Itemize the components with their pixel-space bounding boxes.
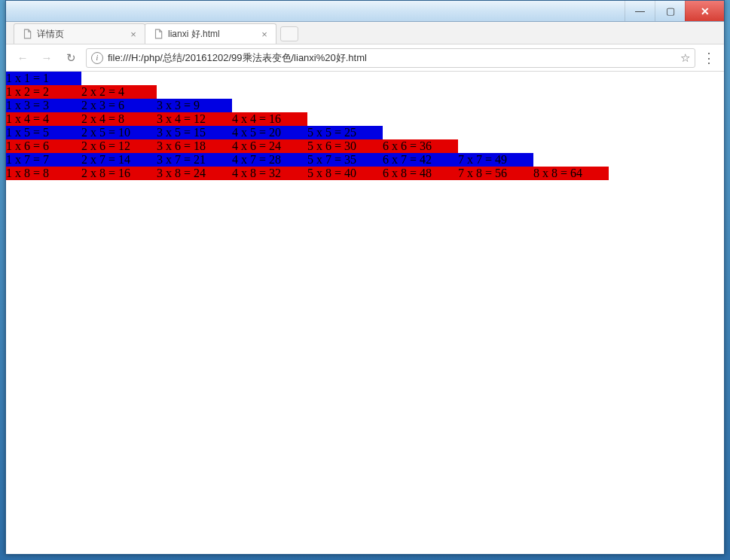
- table-cell: 2 x 5 = 10: [81, 126, 157, 139]
- table-cell: 1 x 3 = 3: [6, 99, 81, 112]
- table-cell: 2 x 6 = 12: [81, 139, 157, 153]
- table-cell: 7 x 7 = 49: [458, 153, 533, 167]
- tab-strip: 详情页 × lianxi 好.html ×: [6, 22, 724, 44]
- table-cell: 3 x 4 = 12: [157, 112, 232, 126]
- window-buttons: — ▢ ✕: [625, 1, 724, 21]
- maximize-icon: ▢: [666, 5, 675, 17]
- toolbar: ← → ↻ i file:///H:/php/总结/20161202/99乘法表…: [6, 44, 724, 72]
- forward-button[interactable]: →: [38, 49, 56, 67]
- window-titlebar: — ▢ ✕: [6, 1, 724, 22]
- table-row: 1 x 4 = 42 x 4 = 83 x 4 = 124 x 4 = 16: [6, 112, 724, 126]
- table-row: 1 x 7 = 72 x 7 = 143 x 7 = 214 x 7 = 285…: [6, 153, 724, 167]
- tab-label: 详情页: [37, 28, 124, 41]
- arrow-left-icon: ←: [17, 51, 29, 64]
- table-cell: 5 x 8 = 40: [307, 167, 383, 180]
- reload-button[interactable]: ↻: [62, 49, 80, 67]
- back-button[interactable]: ←: [14, 49, 32, 67]
- table-cell: 1 x 4 = 4: [6, 112, 81, 126]
- tab-close-icon[interactable]: ×: [259, 29, 270, 39]
- table-cell: 4 x 5 = 20: [232, 126, 307, 139]
- table-cell: 3 x 7 = 21: [157, 153, 232, 167]
- tab-1[interactable]: lianxi 好.html ×: [145, 23, 276, 44]
- table-row: 1 x 3 = 32 x 3 = 63 x 3 = 9: [6, 99, 724, 112]
- table-cell: 6 x 8 = 48: [383, 167, 458, 180]
- page-viewport[interactable]: 1 x 1 = 11 x 2 = 22 x 2 = 41 x 3 = 32 x …: [6, 72, 724, 554]
- browser-window: — ▢ ✕ 详情页 × lianxi 好.html × ← → ↻ i file…: [5, 0, 725, 555]
- kebab-icon: ⋮: [702, 50, 716, 66]
- table-cell: 8 x 8 = 64: [533, 167, 609, 180]
- table-cell: 6 x 7 = 42: [383, 153, 458, 167]
- table-cell: 1 x 1 = 1: [6, 72, 81, 85]
- menu-button[interactable]: ⋮: [701, 50, 716, 66]
- table-cell: 5 x 7 = 35: [307, 153, 383, 167]
- bookmark-star-icon[interactable]: ☆: [680, 51, 690, 65]
- table-cell: 4 x 7 = 28: [232, 153, 307, 167]
- table-cell: 7 x 8 = 56: [458, 167, 533, 180]
- arrow-right-icon: →: [41, 51, 53, 64]
- table-cell: 4 x 6 = 24: [232, 139, 307, 153]
- table-cell: 2 x 7 = 14: [81, 153, 157, 167]
- table-cell: 1 x 6 = 6: [6, 139, 81, 153]
- table-cell: 1 x 5 = 5: [6, 126, 81, 139]
- multiplication-table: 1 x 1 = 11 x 2 = 22 x 2 = 41 x 3 = 32 x …: [6, 72, 724, 180]
- minimize-button[interactable]: —: [625, 1, 655, 21]
- table-row: 1 x 1 = 1: [6, 72, 724, 85]
- table-cell: 1 x 7 = 7: [6, 153, 81, 167]
- new-tab-button[interactable]: [280, 26, 298, 41]
- info-icon[interactable]: i: [91, 52, 103, 64]
- table-cell: 1 x 8 = 8: [6, 167, 81, 180]
- table-row: 1 x 2 = 22 x 2 = 4: [6, 85, 724, 99]
- table-cell: 5 x 5 = 25: [307, 126, 383, 139]
- table-cell: 2 x 4 = 8: [81, 112, 157, 126]
- tab-0[interactable]: 详情页 ×: [14, 23, 145, 44]
- table-cell: 5 x 6 = 30: [307, 139, 383, 153]
- maximize-button[interactable]: ▢: [655, 1, 685, 21]
- page-icon: [153, 29, 163, 39]
- table-cell: 1 x 2 = 2: [6, 85, 81, 99]
- table-cell: 6 x 6 = 36: [383, 139, 458, 153]
- address-bar[interactable]: i file:///H:/php/总结/20161202/99乘法表变色/lia…: [86, 48, 695, 68]
- close-icon: ✕: [701, 5, 710, 17]
- table-row: 1 x 6 = 62 x 6 = 123 x 6 = 184 x 6 = 245…: [6, 139, 724, 153]
- table-cell: 3 x 6 = 18: [157, 139, 232, 153]
- reload-icon: ↻: [66, 51, 76, 65]
- table-row: 1 x 8 = 82 x 8 = 163 x 8 = 244 x 8 = 325…: [6, 167, 724, 180]
- close-button[interactable]: ✕: [685, 1, 724, 21]
- table-cell: 4 x 4 = 16: [232, 112, 307, 126]
- table-cell: 2 x 3 = 6: [81, 99, 157, 112]
- table-cell: 3 x 5 = 15: [157, 126, 232, 139]
- table-cell: 3 x 8 = 24: [157, 167, 232, 180]
- tab-label: lianxi 好.html: [168, 28, 255, 41]
- table-cell: 2 x 8 = 16: [81, 167, 157, 180]
- url-text: file:///H:/php/总结/20161202/99乘法表变色/lianx…: [108, 51, 676, 65]
- table-cell: 2 x 2 = 4: [81, 85, 157, 99]
- table-cell: 4 x 8 = 32: [232, 167, 307, 180]
- table-cell: 3 x 3 = 9: [157, 99, 232, 112]
- page-icon: [22, 29, 32, 39]
- minimize-icon: —: [635, 5, 645, 17]
- table-row: 1 x 5 = 52 x 5 = 103 x 5 = 154 x 5 = 205…: [6, 126, 724, 139]
- tab-close-icon[interactable]: ×: [128, 29, 139, 39]
